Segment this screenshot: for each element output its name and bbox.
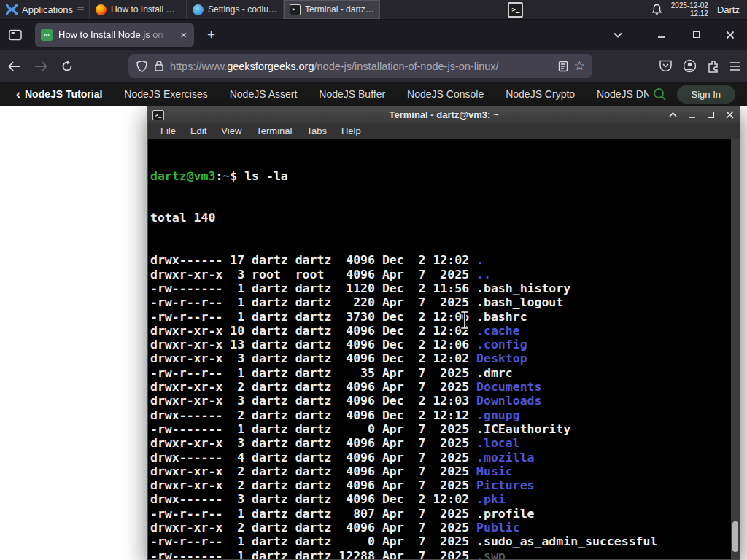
site-nav-item-label: NodeJS Assert [230, 88, 298, 100]
hamburger-menu-icon[interactable] [729, 61, 741, 71]
scrollbar-thumb[interactable] [732, 521, 738, 552]
firefox-tab-bar: ∞ How to Install Node.js on × + [0, 20, 747, 50]
file-meta: drwxr-xr-x 10 dartz dartz 4096 Dec 2 12:… [150, 324, 476, 338]
pocket-save-icon[interactable] [659, 60, 673, 72]
site-nav-item-label: NodeJS Buffer [319, 88, 385, 100]
terminal-menu-terminal[interactable]: Terminal [249, 124, 298, 138]
firefox-nav-bar: https://www.geeksforgeeks.org/node-js/in… [0, 50, 747, 82]
window-close-button[interactable] [718, 24, 743, 46]
terminal-menu-view[interactable]: View [214, 124, 248, 138]
site-nav-item[interactable]: NodeJS DNS [597, 88, 649, 100]
file-meta: -rw------- 1 dartz dartz 0 Apr 7 2025 [150, 422, 476, 436]
tracking-shield-icon[interactable] [136, 60, 148, 73]
xubuntu-logo-icon [6, 4, 18, 15]
file-name: .pki [476, 492, 506, 506]
site-nav-item-label: NodeJS DNS [597, 88, 649, 100]
firefox-view-icon [9, 29, 22, 41]
file-meta: -rw-r--r-- 1 dartz dartz 3730 Dec 2 12:0… [150, 310, 476, 324]
site-nav-item[interactable]: ‹NodeJS Tutorial [16, 87, 102, 102]
sign-in-button[interactable]: Sign In [677, 85, 735, 104]
padlock-icon[interactable] [154, 60, 164, 72]
window-button-label: Terminal - dartz@vm3: ~ [305, 4, 374, 15]
site-search-button[interactable] [652, 87, 667, 101]
firefox-icon [96, 4, 107, 15]
shade-window-button[interactable] [667, 109, 678, 121]
forward-arrow-icon [34, 61, 47, 71]
terminal-total-line: total 140 [150, 211, 740, 225]
panel-window-button-codium[interactable]: Settings - codium script... [186, 0, 283, 19]
terminal-menu-tabs[interactable]: Tabs [300, 124, 333, 138]
geeksforgeeks-favicon: ∞ [41, 29, 53, 41]
firefox-view-button[interactable] [4, 24, 26, 46]
bookmark-star-icon[interactable]: ☆ [574, 58, 585, 74]
terminal-titlebar[interactable]: >_ Terminal - dartz@vm3: ~ [148, 106, 740, 123]
panel-window-button-firefox[interactable]: How to Install Node.js o... [89, 0, 186, 19]
reader-mode-icon[interactable] [558, 61, 568, 72]
new-tab-button[interactable]: + [201, 26, 221, 44]
file-name: .bash_history [476, 281, 570, 295]
url-bar[interactable]: https://www.geeksforgeeks.org/node-js/in… [128, 54, 592, 78]
terminal-menu-edit[interactable]: Edit [184, 124, 213, 138]
site-nav-item[interactable]: NodeJS Assert [230, 88, 298, 100]
panel-clock[interactable]: 2025-12-02 12:12 [671, 1, 708, 18]
terminal-menu-file[interactable]: File [154, 124, 182, 138]
forward-button[interactable] [29, 55, 53, 78]
file-name: .mozilla [476, 451, 534, 464]
site-nav-item[interactable]: NodeJS Buffer [319, 88, 385, 100]
terminal-output[interactable]: dartz@vm3:~$ ls -la total 140 drwx------… [148, 139, 740, 559]
window-minimize-button[interactable] [649, 24, 674, 46]
minimize-window-button[interactable] [686, 109, 697, 121]
list-all-tabs-button[interactable] [605, 24, 630, 46]
terminal-output-row: drwx------ 3 dartz dartz 4096 Dec 2 12:0… [150, 492, 740, 506]
terminal-output-row: drwx------ 4 dartz dartz 4096 Apr 7 2025… [150, 451, 740, 464]
account-icon[interactable] [683, 59, 697, 73]
file-meta: -rw-r--r-- 1 dartz dartz 35 Apr 7 2025 [150, 366, 476, 380]
terminal-scrollbar[interactable] [731, 139, 740, 559]
site-nav-item[interactable]: NodeJS Exercises [124, 88, 207, 100]
terminal-output-row: drwxr-xr-x 3 dartz dartz 4096 Dec 2 12:0… [150, 394, 740, 408]
terminal-icon: >_ [508, 2, 523, 18]
applications-menu-button[interactable]: Applications ——— [0, 0, 89, 19]
terminal-output-row: -rw-r--r-- 1 dartz dartz 3730 Dec 2 12:0… [150, 310, 740, 324]
terminal-output-row: drwxr-xr-x 10 dartz dartz 4096 Dec 2 12:… [150, 324, 740, 338]
applications-menu-label: Applications [22, 4, 73, 15]
close-icon [726, 111, 734, 119]
prompt-user-host: dartz@vm3 [150, 169, 215, 183]
file-name: .gnupg [476, 408, 520, 422]
terminal-icon: >_ [152, 110, 164, 120]
file-meta: drwx------ 2 dartz dartz 4096 Dec 2 12:1… [150, 408, 476, 422]
file-name: Pictures [476, 478, 534, 492]
site-nav-item[interactable]: NodeJS Console [407, 88, 484, 100]
search-icon [652, 87, 667, 101]
terminal-output-row: -rw-r--r-- 1 dartz dartz 0 Apr 7 2025 .s… [150, 534, 740, 548]
back-button[interactable] [3, 55, 26, 78]
panel-window-button-terminal[interactable]: >_Terminal - dartz@vm3: ~ [283, 0, 380, 19]
window-maximize-button[interactable] [684, 24, 708, 46]
url-text[interactable]: https://www.geeksforgeeks.org/node-js/in… [170, 61, 552, 72]
file-name: .dmrc [476, 366, 513, 380]
terminal-listing: drwx------ 17 dartz dartz 4096 Dec 2 12:… [150, 253, 740, 559]
file-name: .bashrc [476, 310, 527, 324]
file-meta: drwxr-xr-x 3 dartz dartz 4096 Dec 2 12:0… [150, 351, 476, 365]
terminal-launcher[interactable]: >_ [505, 1, 527, 18]
terminal-menu-help[interactable]: Help [335, 124, 368, 138]
tab-close-button[interactable]: × [179, 28, 188, 41]
file-meta: drwx------ 4 dartz dartz 4096 Apr 7 2025 [150, 451, 476, 464]
minimize-icon [688, 111, 696, 119]
file-name: .bash_logout [476, 295, 563, 309]
browser-tab-active[interactable]: ∞ How to Install Node.js on × [35, 23, 194, 47]
terminal-window: >_ Terminal - dartz@vm3: ~ FileEditViewT… [147, 106, 740, 560]
file-meta: drwx------ 3 dartz dartz 4096 Dec 2 12:0… [150, 492, 476, 506]
terminal-output-row: -rw-r--r-- 1 dartz dartz 35 Apr 7 2025 .… [150, 366, 740, 380]
terminal-title: Terminal - dartz@vm3: ~ [148, 109, 740, 120]
close-window-button[interactable] [724, 109, 735, 121]
panel-username[interactable]: Dartz [717, 4, 740, 15]
maximize-window-button[interactable] [705, 109, 716, 121]
reload-button[interactable] [55, 55, 79, 78]
terminal-output-row: drwx------ 17 dartz dartz 4096 Dec 2 12:… [150, 253, 740, 267]
chevron-up-icon [669, 112, 677, 117]
terminal-output-row: drwxr-xr-x 13 dartz dartz 4096 Dec 2 12:… [150, 338, 740, 351]
extensions-icon[interactable] [707, 60, 719, 73]
site-nav-item[interactable]: NodeJS Crypto [506, 88, 575, 100]
notification-bell-icon[interactable] [651, 4, 662, 15]
